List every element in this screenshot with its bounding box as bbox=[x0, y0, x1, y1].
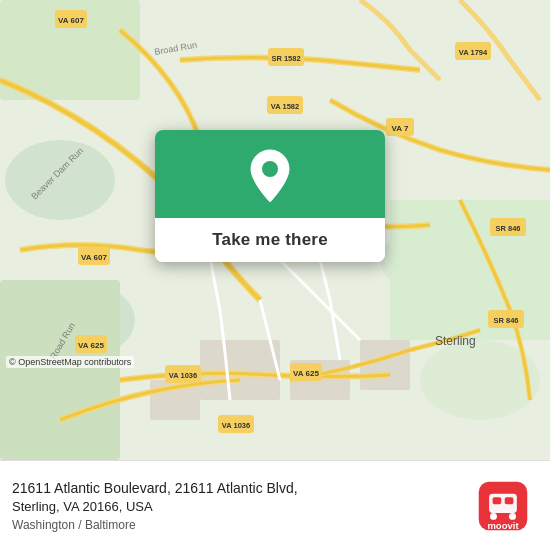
moovit-icon: moovit bbox=[477, 480, 529, 532]
svg-text:VA 1582: VA 1582 bbox=[271, 102, 299, 111]
address-line2: Sterling, VA 20166, USA bbox=[12, 498, 458, 516]
svg-text:VA 1794: VA 1794 bbox=[459, 48, 488, 57]
svg-text:VA 607: VA 607 bbox=[58, 16, 84, 25]
svg-text:VA 625: VA 625 bbox=[293, 369, 319, 378]
svg-text:SR 1582: SR 1582 bbox=[271, 54, 300, 63]
svg-rect-47 bbox=[493, 497, 502, 504]
svg-text:SR 846: SR 846 bbox=[495, 224, 520, 233]
svg-text:VA 607: VA 607 bbox=[81, 253, 107, 262]
osm-attribution: © OpenStreetMap contributors bbox=[6, 356, 134, 368]
svg-point-44 bbox=[262, 161, 278, 177]
take-me-there-button[interactable]: Take me there bbox=[155, 218, 385, 262]
info-bar: 21611 Atlantic Boulevard, 21611 Atlantic… bbox=[0, 460, 550, 550]
svg-rect-7 bbox=[0, 280, 120, 460]
address-block: 21611 Atlantic Boulevard, 21611 Atlantic… bbox=[12, 479, 458, 533]
svg-point-1 bbox=[5, 140, 115, 220]
svg-text:SR 846: SR 846 bbox=[493, 316, 518, 325]
card-green-background bbox=[155, 130, 385, 218]
address-line1: 21611 Atlantic Boulevard, 21611 Atlantic… bbox=[12, 479, 458, 499]
location-pin-icon bbox=[246, 148, 294, 204]
svg-text:VA 1036: VA 1036 bbox=[222, 421, 250, 430]
svg-text:VA 625: VA 625 bbox=[78, 341, 104, 350]
svg-text:VA 7: VA 7 bbox=[392, 124, 409, 133]
svg-text:moovit: moovit bbox=[487, 519, 519, 530]
location-card: Take me there bbox=[155, 130, 385, 262]
route-label: Washington / Baltimore bbox=[12, 518, 458, 532]
svg-text:VA 1036: VA 1036 bbox=[169, 371, 197, 380]
svg-text:Sterling: Sterling bbox=[435, 334, 476, 348]
moovit-logo: moovit bbox=[468, 480, 538, 532]
map[interactable]: Beaver Dam Run Road Run Broad Run Sterli… bbox=[0, 0, 550, 460]
svg-rect-10 bbox=[200, 340, 280, 400]
svg-rect-48 bbox=[505, 497, 514, 504]
